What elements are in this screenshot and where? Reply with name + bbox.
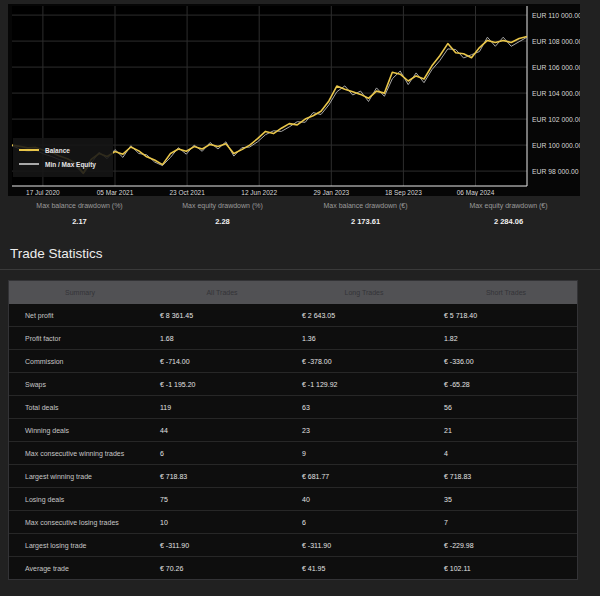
table-header-short-trades: Short Trades	[435, 289, 577, 296]
table-cell: € -229.98	[435, 542, 577, 549]
table-cell: € 681.77	[293, 473, 435, 480]
table-row-label: Largest losing trade	[9, 542, 151, 549]
table-cell: € 70.26	[151, 565, 293, 572]
svg-text:17 Jul 2020: 17 Jul 2020	[26, 189, 60, 196]
drawdown-stat: Max equity drawdown (€)2 284.06	[437, 201, 580, 226]
table-row: Average trade€ 70.26€ 41.95€ 102.11	[9, 556, 577, 579]
table-cell: 7	[435, 519, 577, 526]
table-row: Profit factor1.681.361.82	[9, 326, 577, 349]
section-divider	[0, 269, 600, 270]
table-row-label: Average trade	[9, 565, 151, 572]
table-cell: 1.68	[151, 335, 293, 342]
svg-text:23 Oct 2021: 23 Oct 2021	[169, 189, 205, 196]
table-row: Swaps€ -1 195.20€ -1 129.92€ -65.28	[9, 372, 577, 395]
balance-line-swatch-icon	[19, 149, 39, 151]
table-row: Commission€ -714.00€ -378.00€ -336.00	[9, 349, 577, 372]
svg-text:18 Sep 2023: 18 Sep 2023	[385, 189, 422, 196]
table-row-label: Total deals	[9, 404, 151, 411]
drawdown-stat-label: Max equity drawdown (€)	[437, 201, 580, 211]
drawdown-stat: Max equity drawdown (%)2.28	[151, 201, 294, 226]
drawdown-stat-value: 2 173.61	[294, 217, 437, 226]
table-row: Net profit€ 8 361.45€ 2 643.05€ 5 718.40	[9, 304, 577, 326]
table-row: Losing deals754035	[9, 487, 577, 510]
table-header-all-trades: All Trades	[151, 289, 293, 296]
drawdown-stat-value: 2 284.06	[437, 217, 580, 226]
trade-statistics-table: SummaryAll TradesLong TradesShort Trades…	[8, 280, 578, 580]
table-cell: 56	[435, 404, 577, 411]
table-cell: 44	[151, 427, 293, 434]
table-cell: € -336.00	[435, 358, 577, 365]
table-row-label: Swaps	[9, 381, 151, 388]
table-row: Largest losing trade€ -311.90€ -311.90€ …	[9, 533, 577, 556]
table-row: Max consecutive losing trades1067	[9, 510, 577, 533]
table-row-label: Commission	[9, 358, 151, 365]
svg-text:EUR 110 000.00: EUR 110 000.00	[532, 12, 580, 19]
drawdown-stat-value: 2.28	[151, 217, 294, 226]
table-cell: 1.82	[435, 335, 577, 342]
table-cell: 119	[151, 404, 293, 411]
table-cell: € -1 195.20	[151, 381, 293, 388]
svg-text:05 Mar 2021: 05 Mar 2021	[97, 189, 134, 196]
chart-legend: Balance Min / Max Equity	[13, 138, 113, 177]
table-cell: 6	[293, 519, 435, 526]
table-cell: € -378.00	[293, 358, 435, 365]
table-cell: € 102.11	[435, 565, 577, 572]
svg-text:EUR 100 000.00: EUR 100 000.00	[532, 142, 580, 149]
legend-item-equity: Min / Max Equity	[19, 157, 107, 171]
table-cell: € 718.83	[435, 473, 577, 480]
svg-text:29 Jan 2023: 29 Jan 2023	[313, 189, 349, 196]
table-cell: 40	[293, 496, 435, 503]
drawdown-stat: Max balance drawdown (€)2 173.61	[294, 201, 437, 226]
table-row-label: Max consecutive losing trades	[9, 519, 151, 526]
table-cell: € 718.83	[151, 473, 293, 480]
table-cell: € 8 361.45	[151, 312, 293, 319]
svg-text:EUR 98 000.00: EUR 98 000.00	[532, 168, 579, 175]
table-row-label: Profit factor	[9, 335, 151, 342]
table-cell: € 5 718.40	[435, 312, 577, 319]
svg-text:12 Jun 2022: 12 Jun 2022	[241, 189, 277, 196]
svg-text:EUR 106 000.00: EUR 106 000.00	[532, 64, 580, 71]
drawdown-stat-value: 2.17	[8, 217, 151, 226]
drawdown-stat: Max balance drawdown (%)2.17	[8, 201, 151, 226]
table-row: Winning deals442321	[9, 418, 577, 441]
table-row: Largest winning trade€ 718.83€ 681.77€ 7…	[9, 464, 577, 487]
table-cell: 1.36	[293, 335, 435, 342]
svg-text:EUR 102 000.00: EUR 102 000.00	[532, 116, 580, 123]
table-header-long-trades: Long Trades	[293, 289, 435, 296]
table-cell: € -311.90	[151, 542, 293, 549]
table-row-label: Winning deals	[9, 427, 151, 434]
table-cell: € -311.90	[293, 542, 435, 549]
table-row: Max consecutive winning trades694	[9, 441, 577, 464]
legend-item-balance: Balance	[19, 143, 107, 157]
table-row-label: Largest winning trade	[9, 473, 151, 480]
drawdown-stat-label: Max equity drawdown (%)	[151, 201, 294, 211]
svg-text:EUR 104 000.00: EUR 104 000.00	[532, 90, 580, 97]
table-cell: € 2 643.05	[293, 312, 435, 319]
drawdown-stats-row: Max balance drawdown (%)2.17Max equity d…	[8, 201, 580, 226]
table-cell: 23	[293, 427, 435, 434]
balance-equity-chart[interactable]: EUR 110 000.00EUR 108 000.00EUR 106 000.…	[8, 4, 580, 196]
table-row: Total deals1196356	[9, 395, 577, 418]
table-cell: 10	[151, 519, 293, 526]
table-cell: € -1 129.92	[293, 381, 435, 388]
table-cell: 75	[151, 496, 293, 503]
legend-label: Min / Max Equity	[45, 161, 96, 168]
table-cell: 9	[293, 450, 435, 457]
table-body: Net profit€ 8 361.45€ 2 643.05€ 5 718.40…	[9, 304, 577, 579]
table-cell: € -714.00	[151, 358, 293, 365]
drawdown-stat-label: Max balance drawdown (€)	[294, 201, 437, 211]
table-row-label: Losing deals	[9, 496, 151, 503]
drawdown-stat-label: Max balance drawdown (%)	[8, 201, 151, 211]
table-row-label: Net profit	[9, 312, 151, 319]
svg-text:06 May 2024: 06 May 2024	[457, 189, 495, 196]
table-cell: 63	[293, 404, 435, 411]
table-cell: 6	[151, 450, 293, 457]
table-header-row: SummaryAll TradesLong TradesShort Trades	[9, 281, 577, 304]
table-cell: 35	[435, 496, 577, 503]
equity-line-swatch-icon	[19, 163, 39, 165]
page-title: Trade Statistics	[10, 246, 103, 261]
table-row-label: Max consecutive winning trades	[9, 450, 151, 457]
legend-label: Balance	[45, 147, 70, 154]
table-cell: 21	[435, 427, 577, 434]
table-cell: € -65.28	[435, 381, 577, 388]
